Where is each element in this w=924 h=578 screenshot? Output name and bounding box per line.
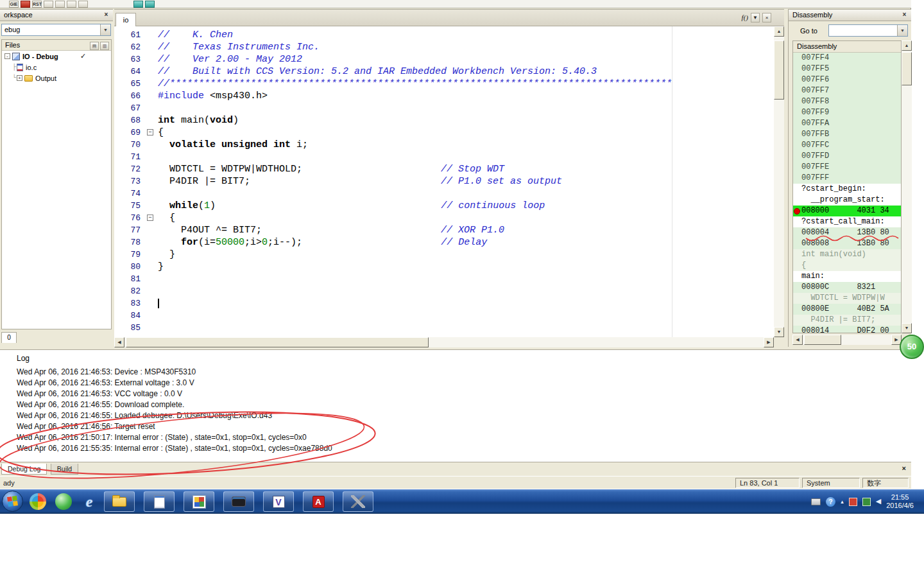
disasm-row[interactable]: 007FFA <box>793 118 901 129</box>
disasm-row[interactable]: 007FFB <box>793 129 901 140</box>
code-line[interactable]: 74 <box>114 188 774 200</box>
language-red-tray-icon[interactable] <box>849 498 857 506</box>
chevron-down-icon[interactable]: ▼ <box>751 13 760 22</box>
tab-build[interactable]: Build <box>51 464 78 475</box>
close-icon[interactable]: × <box>900 11 909 19</box>
disasm-row[interactable]: 008000 4031 34 <box>793 206 901 216</box>
code-line[interactable]: 75 while(1) // continuous loop <box>114 200 774 212</box>
taskbar-clock[interactable]: 21:55 2016/4/6 <box>886 493 920 510</box>
printer-tray-icon[interactable] <box>811 498 821 505</box>
scroll-down-icon[interactable]: ▼ <box>902 323 912 333</box>
code-line[interactable]: 76− { <box>114 212 774 224</box>
config-selector[interactable]: ebug ▼ <box>1 24 111 36</box>
disasm-row[interactable]: 007FF6 <box>793 74 901 85</box>
code-line[interactable]: 72 WDTCTL = WDTPW|WDTHOLD; // Stop WDT <box>114 163 774 175</box>
tab-debug-log[interactable]: Debug Log <box>1 464 47 475</box>
code-line[interactable]: 61// K. Chen <box>114 29 774 41</box>
disassembly-horizontal-scrollbar[interactable]: ◀ ▶ <box>792 335 902 345</box>
code-line[interactable]: 77 P4OUT ^= BIT7; // XOR P1.0 <box>114 224 774 236</box>
help-tray-icon[interactable]: ? <box>826 497 835 507</box>
chevron-down-icon[interactable]: ▼ <box>100 24 110 35</box>
internet-explorer-icon[interactable]: e <box>81 493 98 510</box>
symbols-window-icon[interactable] <box>145 1 155 8</box>
speaker-tray-icon[interactable]: ◀ <box>876 498 881 505</box>
disasm-row[interactable]: P4DIR |= BIT7; <box>793 315 901 326</box>
disasm-row[interactable]: ?cstart_begin: <box>793 184 901 195</box>
breakpoint-icon[interactable] <box>794 208 800 215</box>
scrollbar-thumb[interactable] <box>774 40 784 100</box>
chevron-down-icon[interactable]: ▼ <box>897 25 907 36</box>
code-line[interactable]: 84 <box>114 310 774 322</box>
code-line[interactable]: 65//************************************… <box>114 78 774 90</box>
scroll-up-icon[interactable]: ▲ <box>774 26 784 37</box>
pinwheel-browser-icon[interactable] <box>30 493 46 510</box>
register-window-icon[interactable] <box>67 1 76 8</box>
stack-window-icon[interactable] <box>44 1 53 8</box>
code-line[interactable]: 63// Ver 2.00 - May 2012 <box>114 53 774 66</box>
fold-icon[interactable]: − <box>147 129 153 136</box>
code-line[interactable]: 80} <box>114 261 774 273</box>
function-selector[interactable]: f() <box>742 12 748 22</box>
disasm-row[interactable]: 007FF5 <box>793 64 901 74</box>
disasm-row[interactable]: 007FF7 <box>793 85 901 96</box>
fold-icon[interactable]: − <box>147 215 153 221</box>
scroll-right-icon[interactable]: ▶ <box>764 337 774 347</box>
green-orb-app-icon[interactable] <box>55 493 72 510</box>
disasm-row[interactable]: 00800C 8321 <box>793 282 901 293</box>
rst-toggle-icon[interactable]: RST <box>32 1 42 8</box>
folder-window-button[interactable] <box>104 491 135 512</box>
disasm-row[interactable]: 007FFC <box>793 140 901 151</box>
terminal-io-icon[interactable] <box>55 1 65 8</box>
code-line[interactable]: 68int main(void) <box>114 114 774 127</box>
disasm-row[interactable]: WDTCTL = WDTPW|W <box>793 293 901 304</box>
iar-workbench-window-button[interactable]: V <box>263 491 294 512</box>
code-line[interactable]: 71 <box>114 151 774 163</box>
code-line[interactable]: 82 <box>114 285 774 297</box>
status-ime-mode[interactable]: 数字 <box>862 478 909 488</box>
language-green-tray-icon[interactable] <box>862 498 871 506</box>
scrollbar-thumb[interactable] <box>902 52 912 85</box>
setup-window-button[interactable] <box>184 491 214 512</box>
code-line[interactable]: 81 <box>114 273 774 285</box>
scroll-left-icon[interactable]: ◀ <box>792 335 803 345</box>
disasm-row[interactable]: 007FF8 <box>793 96 901 107</box>
tree-item-folder[interactable]: └+Output <box>2 73 111 83</box>
journal-window-button[interactable] <box>144 491 175 512</box>
power-log-icon[interactable] <box>21 1 30 8</box>
disasm-row[interactable]: 007FF9 <box>793 107 901 118</box>
code-line[interactable]: 67 <box>114 102 774 114</box>
files-overview-icon[interactable]: ▤ <box>90 42 99 50</box>
expander-icon[interactable]: + <box>17 75 22 81</box>
expander-icon[interactable]: - <box>4 53 10 59</box>
disasm-row[interactable]: 00800E 40B2 5A <box>793 304 901 315</box>
disasm-row[interactable]: __program_start: <box>793 195 901 206</box>
code-line[interactable]: 78 for(i=50000;i>0;i--); // Delay <box>114 236 774 249</box>
code-line[interactable]: 73 P4DIR |= BIT7; // P1.0 set as output <box>114 175 774 188</box>
code-line[interactable]: 62// Texas Instruments Inc. <box>114 41 774 53</box>
code-line[interactable]: 85 <box>114 322 774 334</box>
recorder-badge[interactable]: 50 <box>900 335 924 359</box>
start-button[interactable] <box>2 491 23 512</box>
goto-address-input[interactable]: ▼ <box>828 24 908 37</box>
disasm-row[interactable]: main: <box>793 271 901 282</box>
code-line[interactable]: 64// Built with CCS Version: 5.2 and IAR… <box>114 66 774 78</box>
editor-horizontal-scrollbar[interactable]: ◀ ▶ <box>114 337 774 347</box>
close-icon[interactable]: × <box>762 13 771 22</box>
code-line[interactable]: 69−{ <box>114 127 774 139</box>
disasm-row[interactable]: int main(void) <box>793 249 901 260</box>
scroll-left-icon[interactable]: ◀ <box>114 337 124 347</box>
disasm-row[interactable]: 007FFE <box>793 162 901 173</box>
disasm-row[interactable]: ?cstart_call_main: <box>793 216 901 227</box>
disassembly-vertical-scrollbar[interactable]: ▲ ▼ <box>902 40 912 333</box>
editor-vertical-scrollbar[interactable]: ▲ ▼ <box>774 26 784 337</box>
tab-io[interactable]: io <box>116 13 136 26</box>
code-line[interactable]: 79 } <box>114 249 774 261</box>
adobe-reader-window-button[interactable]: A <box>303 491 334 512</box>
scroll-up-icon[interactable]: ▲ <box>902 40 912 51</box>
show-hidden-icons-chevron[interactable]: ▴ <box>841 498 844 505</box>
disasm-row[interactable]: { <box>793 260 901 271</box>
workspace-bottom-tab[interactable]: 0 <box>1 332 17 343</box>
disasm-row[interactable]: 007FFD <box>793 151 901 162</box>
disasm-row[interactable]: 008004 13B0 80 <box>793 227 901 238</box>
code-line[interactable]: 70 volatile unsigned int i; <box>114 139 774 151</box>
